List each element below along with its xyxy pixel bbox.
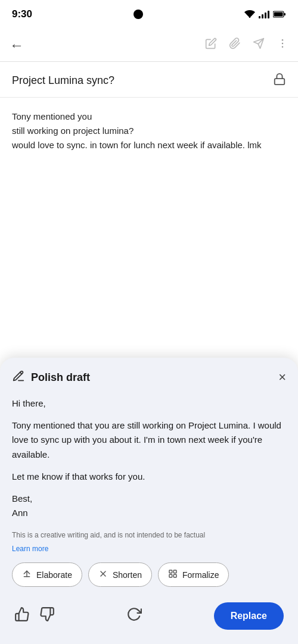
svg-rect-2 [284,13,286,15]
svg-point-5 [282,39,284,41]
replace-button[interactable]: Replace [214,602,284,630]
paragraph2: Let me know if that works for you. [12,470,286,484]
shorten-button[interactable]: Shorten [88,562,152,587]
status-time: 9:30 [12,8,32,20]
close-button[interactable]: × [278,371,286,384]
back-button[interactable]: ← [10,37,24,54]
status-bar: 9:30 [0,0,298,29]
closing: Best, Ann [12,492,286,521]
email-subject-text: Project Lumina sync? [12,74,114,87]
svg-point-6 [282,43,284,45]
svg-point-7 [282,46,284,48]
shorten-icon [98,569,108,580]
paragraph1: Tony mentioned that you are still workin… [12,418,286,462]
email-body: Tony mentioned youstill working on proje… [0,98,298,152]
svg-rect-15 [169,574,172,577]
disclaimer-text: This is a creative writing aid, and is n… [12,530,286,540]
greeting: Hi there, [12,396,286,411]
panel-title-text: Polish draft [31,371,90,384]
panel-title-group: Polish draft [12,370,90,386]
svg-rect-14 [173,570,176,573]
formalize-button[interactable]: Formalize [158,562,229,587]
formalize-icon [168,569,178,580]
send-icon[interactable] [253,37,265,52]
toolbar-actions [205,37,288,52]
lock-icon [273,73,286,89]
svg-rect-16 [173,574,176,577]
camera-dot [134,10,143,19]
feedback-icons [14,607,55,626]
panel-draft-content: Hi there, Tony mentioned that you are st… [12,396,286,521]
attach-icon[interactable] [229,37,241,52]
battery-icon [273,11,286,18]
bottom-row: Replace [12,598,286,644]
refresh-button[interactable] [126,607,142,626]
polish-draft-panel: Polish draft × Hi there, Tony mentioned … [0,358,298,644]
polish-icon [12,370,25,386]
shorten-label: Shorten [113,570,142,580]
action-buttons: Elaborate Shorten Formalize [12,562,286,587]
svg-rect-8 [275,79,285,85]
elaborate-icon [22,569,32,580]
toolbar: ← [0,29,298,62]
status-icons [244,10,286,18]
wifi-icon [244,10,255,18]
svg-rect-13 [169,570,172,573]
formalize-label: Formalize [182,570,219,580]
email-body-text: Tony mentioned youstill working on proje… [12,110,286,152]
elaborate-button[interactable]: Elaborate [12,562,82,587]
panel-header: Polish draft × [12,370,286,386]
signal-icon [259,10,269,18]
email-subject-row: Project Lumina sync? [0,62,298,98]
learn-more-link[interactable]: Learn more [12,545,48,553]
thumbs-down-button[interactable] [39,607,55,626]
edit-icon[interactable] [205,37,217,52]
svg-rect-1 [274,12,283,17]
thumbs-up-button[interactable] [14,607,30,626]
more-icon[interactable] [277,37,288,52]
elaborate-label: Elaborate [36,570,72,580]
